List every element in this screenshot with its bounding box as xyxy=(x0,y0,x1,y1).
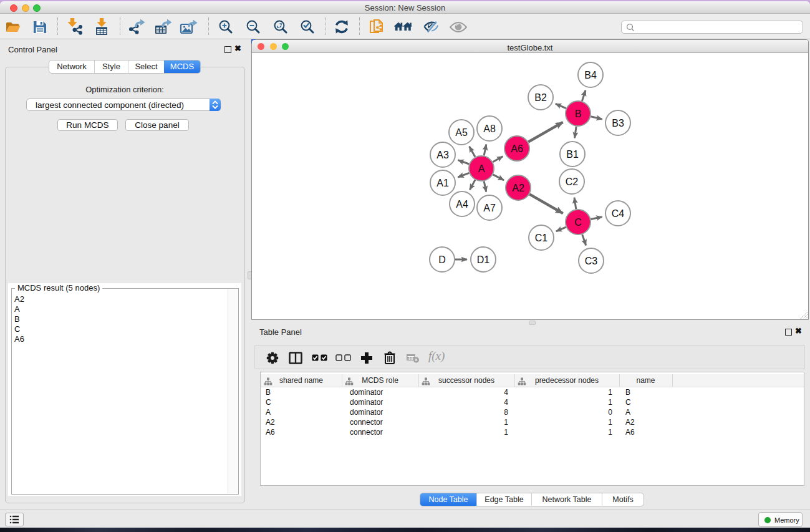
svg-text:A: A xyxy=(478,163,485,174)
svg-text:C3: C3 xyxy=(585,256,598,266)
svg-text:B2: B2 xyxy=(534,92,547,103)
svg-text:D: D xyxy=(438,254,446,265)
svg-text:D1: D1 xyxy=(477,254,490,265)
svg-text:A6: A6 xyxy=(511,143,523,154)
svg-text:B1: B1 xyxy=(566,149,579,160)
svg-text:A8: A8 xyxy=(483,123,496,134)
svg-text:C1: C1 xyxy=(535,233,548,243)
svg-text:A1: A1 xyxy=(436,178,449,188)
svg-text:A2: A2 xyxy=(512,183,524,193)
svg-text:A7: A7 xyxy=(483,203,496,213)
svg-text:A5: A5 xyxy=(455,127,468,138)
svg-text:C4: C4 xyxy=(612,208,625,219)
svg-text:A4: A4 xyxy=(456,199,468,210)
svg-text:C: C xyxy=(574,217,582,228)
svg-text:A3: A3 xyxy=(436,150,449,160)
svg-text:B3: B3 xyxy=(612,118,624,128)
svg-text:C2: C2 xyxy=(566,177,579,187)
svg-text:B: B xyxy=(575,109,582,119)
svg-text:B4: B4 xyxy=(584,70,597,80)
